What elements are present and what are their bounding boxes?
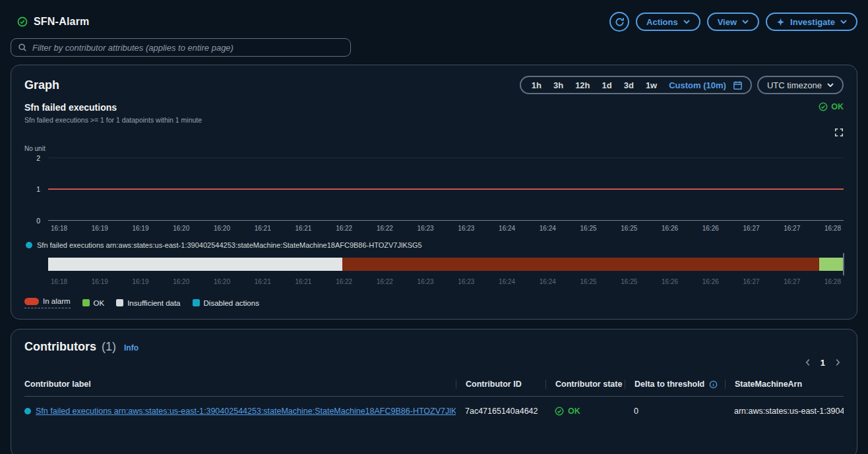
x-tick-label: 16:26: [662, 278, 678, 285]
column-header-contributor-label[interactable]: Contributor label: [24, 380, 456, 389]
check-circle-icon: [819, 102, 828, 111]
contributor-label-cell: Sfn failed executions arn:aws:states:us-…: [24, 407, 456, 416]
x-tick-label: 16:22: [377, 225, 393, 232]
contributors-panel: Contributors (1) Info 1 Contributor labe…: [11, 329, 857, 454]
time-range-3h[interactable]: 3h: [547, 80, 569, 90]
y-tick-label: 2: [36, 154, 40, 162]
filter-input[interactable]: [32, 43, 344, 53]
metric-header: Sfn failed executions Sfn failed executi…: [24, 102, 844, 124]
x-tick-label: 16:28: [824, 225, 841, 232]
contributor-id-cell: 7ac47165140a4642: [456, 407, 545, 416]
next-page-button[interactable]: [832, 356, 844, 368]
prev-page-button[interactable]: [802, 356, 814, 368]
time-range-1d[interactable]: 1d: [596, 80, 618, 90]
chevron-left-icon: [803, 358, 813, 367]
timeline-segment-ok: [819, 258, 844, 271]
timeline-x-axis-labels: 16:1816:1916:1916:2016:2016:2116:2116:22…: [48, 278, 844, 285]
timeline-drag-handle[interactable]: [843, 253, 844, 275]
x-tick-label: 16:18: [51, 278, 67, 285]
contributors-title: Contributors: [24, 340, 96, 354]
metric-chart: 2 1 0: [24, 157, 844, 221]
time-range-1w[interactable]: 1w: [640, 80, 663, 90]
custom-range-button[interactable]: Custom (10m): [663, 80, 732, 90]
contributors-count: (1): [102, 340, 116, 354]
x-tick-label: 16:20: [214, 225, 230, 232]
refresh-button[interactable]: [609, 12, 629, 32]
investigate-button[interactable]: Investigate: [766, 13, 857, 31]
x-tick-label: 16:19: [92, 278, 108, 285]
chart-plot-area[interactable]: [48, 157, 844, 221]
x-tick-label: 16:24: [540, 278, 556, 285]
contributors-header: Contributors (1) Info: [24, 340, 844, 354]
x-tick-label: 16:25: [621, 225, 637, 232]
x-tick-label: 16:24: [540, 225, 556, 232]
contributor-link[interactable]: Sfn failed executions arn:aws:states:us-…: [36, 407, 456, 416]
y-axis-labels: 2 1 0: [24, 157, 48, 221]
metric-title: Sfn failed executions: [24, 102, 202, 113]
timezone-select[interactable]: UTC timezone: [757, 76, 844, 94]
series-legend[interactable]: Sfn failed executions arn:aws:states:us-…: [26, 241, 844, 249]
legend-label: Disabled actions: [204, 299, 259, 307]
timeline-segment-insufficient-data: [48, 258, 342, 271]
x-tick-label: 16:22: [377, 278, 393, 285]
time-range-3d[interactable]: 3d: [618, 80, 640, 90]
pagination: 1: [24, 356, 844, 368]
graph-panel: Graph 1h 3h 12h 1d 3d 1w Custom (10m) UT…: [11, 65, 857, 320]
actions-button[interactable]: Actions: [636, 13, 700, 31]
x-tick-label: 16:20: [214, 278, 230, 285]
legend-label: OK: [94, 299, 105, 307]
x-tick-label: 16:27: [784, 225, 800, 232]
current-page-number[interactable]: 1: [815, 358, 830, 368]
investigate-button-label: Investigate: [790, 17, 835, 27]
y-axis-unit-label: No unit: [24, 145, 844, 152]
x-tick-label: 16:19: [132, 278, 148, 285]
x-tick-label: 16:20: [173, 225, 189, 232]
x-tick-label: 16:21: [295, 278, 311, 285]
series-legend-label: Sfn failed executions arn:aws:states:us-…: [37, 241, 422, 249]
info-link[interactable]: Info: [124, 343, 139, 353]
chevron-down-icon: [827, 83, 834, 87]
column-header-contributor-id[interactable]: Contributor ID: [456, 380, 545, 389]
check-circle-icon: [555, 407, 564, 416]
contributor-state-cell: OK: [545, 407, 625, 416]
column-header-contributor-state[interactable]: Contributor state: [545, 380, 625, 389]
legend-insufficient-data[interactable]: Insufficient data: [116, 299, 180, 307]
legend-in-alarm[interactable]: In alarm: [24, 297, 71, 308]
x-tick-label: 16:23: [458, 278, 474, 285]
x-tick-label: 16:23: [458, 225, 474, 232]
x-tick-label: 16:25: [621, 278, 637, 285]
actions-button-label: Actions: [646, 17, 678, 27]
contributor-filter-box[interactable]: [11, 38, 351, 57]
x-tick-label: 16:21: [255, 225, 271, 232]
search-icon: [18, 43, 27, 52]
time-range-12h[interactable]: 12h: [569, 80, 596, 90]
x-tick-label: 16:22: [336, 278, 352, 285]
alarm-state-timeline[interactable]: [48, 258, 844, 271]
calendar-button[interactable]: [732, 80, 746, 90]
series-color-dot-icon: [26, 242, 32, 248]
contributors-table-header: Contributor label Contributor ID Contrib…: [24, 374, 844, 397]
x-tick-label: 16:24: [499, 225, 515, 232]
page-title: SFN-Alarm: [34, 16, 89, 28]
in-alarm-swatch-icon: [24, 298, 39, 305]
expand-graph-button[interactable]: [834, 128, 844, 137]
view-button[interactable]: View: [707, 13, 759, 31]
x-tick-label: 16:20: [173, 278, 189, 285]
x-tick-label: 16:28: [824, 278, 841, 285]
delta-to-threshold-cell: 0: [625, 407, 725, 416]
filter-row: [0, 36, 868, 65]
ok-swatch-icon: [82, 299, 90, 306]
info-icon[interactable]: [709, 380, 718, 389]
legend-disabled-actions[interactable]: Disabled actions: [193, 299, 259, 307]
time-range-1h[interactable]: 1h: [526, 80, 547, 90]
legend-ok[interactable]: OK: [82, 299, 105, 307]
column-header-delta-to-threshold[interactable]: Delta to threshold: [625, 380, 725, 389]
y-tick-label: 1: [36, 185, 40, 193]
graph-panel-header: Graph 1h 3h 12h 1d 3d 1w Custom (10m) UT…: [24, 76, 844, 94]
chevron-right-icon: [833, 358, 842, 367]
x-tick-label: 16:19: [132, 225, 148, 232]
view-button-label: View: [718, 17, 737, 27]
contributor-color-dot-icon: [24, 408, 31, 414]
column-header-state-machine-arn[interactable]: StateMachineArn: [725, 380, 844, 389]
alarm-ok-status-icon: [17, 16, 28, 27]
